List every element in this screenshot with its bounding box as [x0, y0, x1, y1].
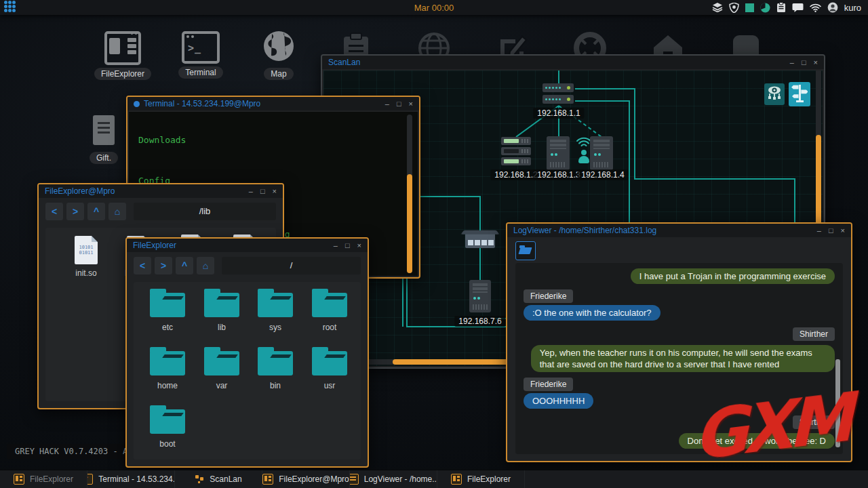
logviewer-title-bar[interactable]: LogViewer - /home/Shirther/chat331.log –…: [507, 224, 851, 237]
cpu-icon[interactable]: [760, 3, 770, 13]
folder-icon: [150, 293, 185, 317]
close-button[interactable]: ×: [841, 226, 845, 235]
minimize-button[interactable]: –: [817, 226, 821, 235]
route-tools-icon: [791, 83, 808, 105]
document-icon: [90, 114, 117, 149]
folder-item[interactable]: root: [301, 287, 358, 332]
file-item[interactable]: 10101 01011 init.so: [60, 236, 112, 278]
scanlan-title-bar[interactable]: ScanLan – □ ×: [322, 56, 824, 69]
terminal-scrollbar[interactable]: [407, 115, 412, 273]
file-explorer-icon: [262, 474, 273, 485]
taskbar-item-fileexplorer[interactable]: FileExplorer: [0, 470, 87, 488]
folder-item[interactable]: boot: [139, 404, 196, 449]
close-button[interactable]: ×: [409, 100, 413, 108]
folder-item[interactable]: sys: [247, 287, 304, 332]
node-remote-server[interactable]: [469, 280, 491, 312]
folder-item[interactable]: var: [193, 346, 250, 390]
desktop-icon-fileexplorer[interactable]: FileExplorer: [92, 31, 153, 80]
path-field[interactable]: /lib: [134, 203, 276, 220]
top-bar: Mar 00:00 kuro: [0, 0, 868, 15]
nav-back-button[interactable]: <: [45, 203, 63, 220]
folder-item[interactable]: bin: [247, 346, 304, 390]
maximize-button[interactable]: □: [829, 226, 833, 235]
terminal-line: Downloads: [138, 134, 418, 147]
nav-up-button[interactable]: ^: [87, 203, 105, 220]
globe-icon: [261, 30, 296, 65]
terminal-icon: [87, 474, 93, 485]
system-tray: kuro: [712, 2, 868, 13]
minimize-button[interactable]: –: [334, 241, 338, 249]
taskbar-item-terminal[interactable]: Terminal - 14.53.234...: [87, 470, 175, 488]
folder-icon: [312, 351, 347, 375]
file-explorer-icon: [14, 474, 24, 485]
node-pc1[interactable]: [547, 136, 570, 170]
avatar-icon[interactable]: [827, 2, 838, 13]
user-icon: [578, 150, 590, 163]
layers-icon[interactable]: [712, 3, 723, 12]
folder-item[interactable]: etc: [139, 287, 196, 332]
desktop-icon-map[interactable]: Map: [248, 30, 309, 80]
path-field[interactable]: /: [222, 257, 361, 274]
minimize-button[interactable]: –: [385, 100, 389, 108]
taskbar-item-logviewer[interactable]: LogViewer - /home...: [350, 470, 437, 488]
window-title: ScanLan: [328, 58, 360, 67]
node-rack-server[interactable]: [501, 137, 531, 167]
file-icon: 10101 01011: [75, 236, 98, 264]
minimize-button[interactable]: –: [249, 187, 253, 195]
window-title: LogViewer - /home/Shirther/chat331.log: [513, 226, 656, 235]
chat-message-sent: Yep, when the teacher runs it on his com…: [531, 345, 835, 372]
route-tools-button[interactable]: [789, 82, 810, 106]
desktop-icon-terminal[interactable]: >_ Terminal: [170, 31, 231, 79]
file-explorer-icon: [104, 31, 141, 65]
minimize-button[interactable]: –: [790, 58, 794, 66]
nav-forward-button[interactable]: >: [155, 257, 172, 274]
folder-item[interactable]: home: [139, 346, 196, 390]
node-pc2[interactable]: [590, 136, 613, 170]
folder-icon: [204, 293, 239, 317]
file-explorer-icon: [451, 474, 462, 485]
node-label: 192.168.1.4: [577, 169, 628, 180]
nav-home-button[interactable]: ⌂: [108, 203, 126, 220]
chat-log[interactable]: I have put a Trojan in the programming e…: [515, 263, 843, 454]
folder-icon: [258, 351, 293, 375]
maximize-button[interactable]: □: [802, 58, 806, 66]
node-switch[interactable]: [465, 233, 495, 248]
memory-icon[interactable]: [745, 3, 754, 12]
window-title: FileExplorer@Mpro: [45, 186, 115, 196]
shield-icon[interactable]: [729, 3, 739, 13]
close-button[interactable]: ×: [814, 58, 818, 66]
fe-title-bar[interactable]: FileExplorer – □ ×: [127, 239, 368, 252]
folder-item[interactable]: usr: [301, 346, 358, 390]
node-router[interactable]: [542, 83, 574, 106]
close-button[interactable]: ×: [357, 241, 361, 249]
nav-back-button[interactable]: <: [134, 257, 151, 274]
username[interactable]: kuro: [844, 3, 861, 13]
chat-name-tag: Shirther: [793, 327, 835, 341]
nav-home-button[interactable]: ⌂: [197, 257, 214, 274]
taskbar-item-scanlan[interactable]: ScanLan: [175, 470, 262, 488]
folder-icon: [204, 351, 239, 375]
close-button[interactable]: ×: [273, 187, 277, 195]
taskbar-item-fileexplorer-mpro[interactable]: FileExplorer@Mpro: [262, 470, 350, 488]
maximize-button[interactable]: □: [260, 187, 265, 195]
fe-mpro-title-bar[interactable]: FileExplorer@Mpro – □ ×: [39, 184, 283, 198]
terminal-title-bar[interactable]: Terminal - 14.53.234.199@Mpro – □ ×: [127, 97, 419, 110]
terminal-icon: >_: [182, 31, 220, 64]
chat-icon[interactable]: [792, 3, 804, 13]
folder-item[interactable]: lib: [193, 287, 250, 332]
scanlan-icon: [195, 474, 204, 484]
clipboard-icon[interactable]: [776, 2, 786, 13]
nav-forward-button[interactable]: >: [66, 203, 84, 220]
logviewer-icon: [350, 474, 359, 485]
scan-device-button[interactable]: [764, 83, 785, 105]
maximize-button[interactable]: □: [345, 241, 350, 249]
chat-message-received: :O the one with the calculator?: [524, 305, 660, 321]
open-file-button[interactable]: [515, 241, 536, 260]
nav-up-button[interactable]: ^: [176, 257, 193, 274]
desktop-icon-gift[interactable]: Gift.: [83, 114, 124, 164]
taskbar-item-fileexplorer-2[interactable]: FileExplorer: [437, 470, 525, 488]
maximize-button[interactable]: □: [397, 100, 401, 108]
chat-scrollbar[interactable]: [835, 359, 840, 447]
scan-device-icon: [766, 85, 783, 104]
wifi-icon[interactable]: [810, 3, 821, 12]
